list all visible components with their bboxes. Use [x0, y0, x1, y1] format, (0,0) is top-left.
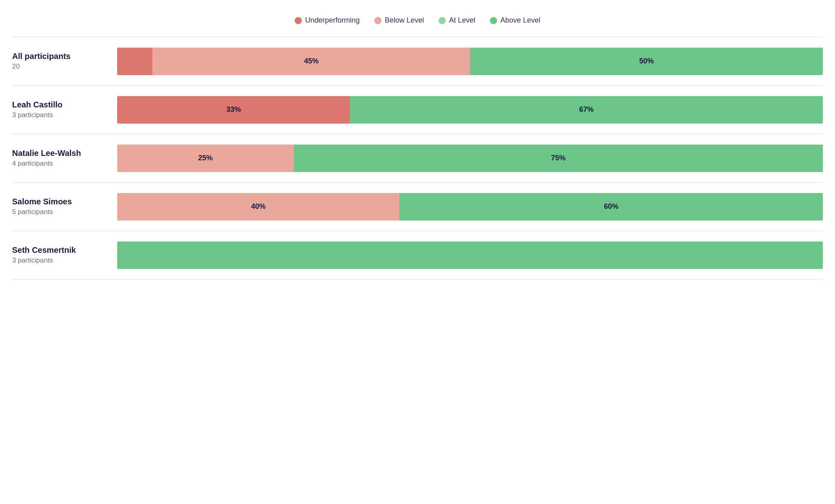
bar-area: 45%50%	[117, 45, 823, 77]
row-name: Salome Simoes	[12, 197, 109, 206]
stacked-bar	[117, 242, 823, 269]
row-name: Natalie Lee-Walsh	[12, 149, 109, 158]
row-participants: 5 participants	[12, 208, 109, 216]
row-participants: 20	[12, 63, 109, 71]
stacked-bar: 33%67%	[117, 96, 823, 124]
bar-area	[117, 239, 823, 271]
bar-segment-underperforming	[117, 48, 152, 75]
bar-segment-above-level: 67%	[350, 96, 823, 124]
legend-item-underperforming: Underperforming	[295, 16, 360, 25]
bar-segment-above-level	[117, 242, 823, 269]
chart-row: Natalie Lee-Walsh4 participants25%75%	[12, 134, 823, 183]
legend-dot-at-level	[439, 17, 446, 24]
row-name: Seth Cesmertnik	[12, 246, 109, 255]
legend-item-at-level: At Level	[439, 16, 475, 25]
row-name: Leah Castillo	[12, 100, 109, 109]
row-label: Salome Simoes5 participants	[12, 191, 117, 223]
bar-area: 33%67%	[117, 94, 823, 126]
stacked-bar: 25%75%	[117, 145, 823, 172]
chart-legend: UnderperformingBelow LevelAt LevelAbove …	[12, 8, 823, 37]
legend-label-underperforming: Underperforming	[305, 16, 360, 25]
row-participants: 4 participants	[12, 160, 109, 168]
bar-segment-above-level: 50%	[470, 48, 823, 75]
bar-segment-below-level: 45%	[152, 48, 470, 75]
legend-label-below-level: Below Level	[385, 16, 424, 25]
legend-dot-above-level	[490, 17, 497, 24]
bar-segment-above-level: 75%	[294, 145, 823, 172]
row-label: Natalie Lee-Walsh4 participants	[12, 142, 117, 174]
chart-container: UnderperformingBelow LevelAt LevelAbove …	[0, 0, 835, 288]
bar-segment-below-level: 25%	[117, 145, 294, 172]
stacked-bar: 45%50%	[117, 48, 823, 75]
legend-dot-underperforming	[295, 17, 302, 24]
bar-segment-above-level: 60%	[399, 193, 823, 220]
legend-label-above-level: Above Level	[500, 16, 540, 25]
row-participants: 3 participants	[12, 256, 109, 265]
legend-dot-below-level	[374, 17, 382, 24]
row-label: All participants20	[12, 45, 117, 77]
row-participants: 3 participants	[12, 111, 109, 119]
chart-row: Leah Castillo3 participants33%67%	[12, 86, 823, 134]
stacked-bar: 40%60%	[117, 193, 823, 220]
bar-area: 40%60%	[117, 191, 823, 223]
chart-rows: All participants2045%50%Leah Castillo3 p…	[12, 37, 823, 279]
bar-segment-below-level: 40%	[117, 193, 399, 220]
legend-item-above-level: Above Level	[490, 16, 540, 25]
legend-label-at-level: At Level	[449, 16, 475, 25]
legend-item-below-level: Below Level	[374, 16, 424, 25]
chart-row: Seth Cesmertnik3 participants	[12, 231, 823, 279]
chart-row: Salome Simoes5 participants40%60%	[12, 183, 823, 231]
row-name: All participants	[12, 52, 109, 61]
row-label: Leah Castillo3 participants	[12, 94, 117, 126]
row-label: Seth Cesmertnik3 participants	[12, 239, 117, 271]
bar-segment-underperforming: 33%	[117, 96, 350, 124]
bar-area: 25%75%	[117, 142, 823, 174]
chart-row: All participants2045%50%	[12, 37, 823, 86]
